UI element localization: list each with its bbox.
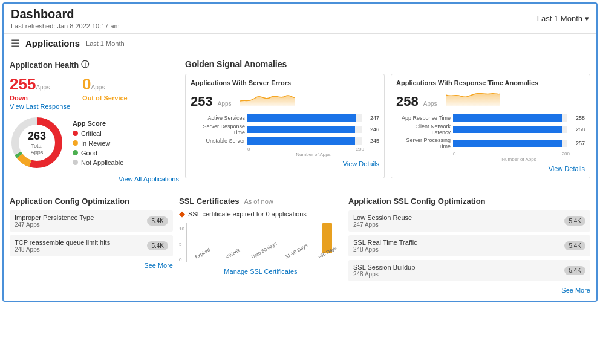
config-item-1: TCP reassemble queue limit hits 248 Apps… bbox=[10, 235, 173, 256]
server-errors-sparkline bbox=[240, 89, 295, 106]
ssl-config-badge-1: 5.4K bbox=[564, 241, 585, 250]
signal-cards: Applications With Server Errors 253 Apps bbox=[185, 74, 590, 178]
ssl-chart: 10 5 0 Expired <Week Upto 30 day bbox=[179, 223, 342, 262]
down-count: 255 bbox=[10, 75, 36, 93]
ssl-bar-week: <Week bbox=[220, 253, 245, 261]
down-text: Down bbox=[10, 94, 28, 102]
ssl-config-badge-0: 5.4K bbox=[564, 216, 585, 226]
app-health-title: Application Health ⓘ bbox=[10, 59, 179, 70]
ssl-title: SSL Certificates bbox=[179, 197, 239, 206]
bar-client-latency: Client Network Latency 258 bbox=[396, 123, 585, 135]
ssl-y-axis: 10 5 0 bbox=[179, 226, 186, 262]
ssl-config-sub-2: 248 Apps bbox=[353, 271, 415, 278]
legend-list: Critical In Review Good bbox=[73, 130, 123, 166]
app-health-panel: Application Health ⓘ 255Apps Down View L… bbox=[10, 59, 179, 190]
app-config-panel: Application Config Optimization Improper… bbox=[10, 197, 173, 294]
view-all-link[interactable]: View All Applications bbox=[119, 175, 179, 183]
header-left: Dashboard Last refreshed: Jan 8 2022 10:… bbox=[11, 7, 120, 30]
time-filter-button[interactable]: Last 1 Month ▾ bbox=[537, 14, 589, 23]
axis-label-1: Number of Apps bbox=[247, 152, 379, 157]
axis-label-2: Number of Apps bbox=[453, 157, 585, 162]
down-stat: 255Apps Down View Last Response bbox=[10, 75, 70, 111]
manage-ssl-link[interactable]: Manage SSL Certificates bbox=[224, 268, 297, 275]
ssl-config-item-0: Low Session Reuse 247 Apps 5.4K bbox=[348, 210, 590, 232]
legend-good: Good bbox=[73, 149, 123, 157]
applications-icon: ☰ bbox=[11, 37, 19, 49]
ssl-config-name-1: SSL Real Time Traffic bbox=[353, 239, 417, 246]
dashboard-header: Dashboard Last refreshed: Jan 8 2022 10:… bbox=[4, 4, 596, 34]
server-errors-label: Apps bbox=[218, 100, 232, 107]
inreview-dot bbox=[73, 140, 78, 146]
response-time-card: Applications With Response Time Anomalie… bbox=[391, 74, 590, 178]
ssl-config-item-1: SSL Real Time Traffic 248 Apps 5.4K bbox=[348, 235, 590, 256]
response-time-bars: App Response Time 258 Client Network Lat… bbox=[396, 114, 585, 162]
ssl-config-panel: Application SSL Config Optimization Low … bbox=[348, 197, 590, 294]
main-content: Application Health ⓘ 255Apps Down View L… bbox=[4, 53, 596, 190]
dashboard-container: Dashboard Last refreshed: Jan 8 2022 10:… bbox=[2, 2, 598, 302]
config-name-0: Improper Persistence Type bbox=[15, 214, 94, 221]
bar-axis-2: 0200 bbox=[453, 151, 570, 157]
legend-title: App Score bbox=[73, 120, 123, 127]
server-errors-card: Applications With Server Errors 253 Apps bbox=[185, 74, 385, 178]
server-errors-bars: Active Services 247 Server Response Time… bbox=[191, 114, 379, 157]
ssl-bar-90days: 31-90 Days bbox=[284, 253, 309, 261]
server-errors-count: 253 bbox=[191, 94, 213, 109]
view-last-response-link[interactable]: View Last Response bbox=[10, 103, 70, 110]
legend-inreview: In Review bbox=[73, 140, 123, 147]
oos-count: 0 bbox=[82, 75, 91, 93]
bar-axis-1: 0200 bbox=[247, 146, 364, 152]
bar-server-response: Server Response Time 246 bbox=[191, 123, 379, 135]
stat-row: 255Apps Down View Last Response 0Apps Ou… bbox=[10, 75, 179, 111]
response-time-view-details: View Details bbox=[396, 164, 585, 173]
response-time-count: 258 bbox=[396, 94, 419, 109]
server-errors-count-row: 253 Apps bbox=[191, 89, 379, 109]
ssl-bars: Expired <Week Upto 30 days 31-90 Days bbox=[186, 223, 342, 262]
app-config-see-more-link[interactable]: See More bbox=[144, 262, 173, 269]
donut-row: 263 Total Apps App Score Criti bbox=[10, 115, 179, 170]
bar-server-processing: Server Processing Time 257 bbox=[396, 137, 585, 149]
server-errors-view-details: View Details bbox=[191, 160, 379, 168]
legend-na: Not Applicable bbox=[73, 159, 123, 166]
response-time-label: Apps bbox=[423, 100, 437, 107]
bar-active-services: Active Services 247 bbox=[191, 114, 379, 122]
server-errors-details-link[interactable]: View Details bbox=[343, 160, 379, 167]
ssl-config-see-more-link[interactable]: See More bbox=[561, 287, 590, 294]
golden-signals-panel: Golden Signal Anomalies Applications Wit… bbox=[185, 59, 590, 190]
ssl-bar-expired: Expired bbox=[189, 253, 215, 261]
ssl-config-name-0: Low Session Reuse bbox=[353, 214, 412, 221]
ssl-config-sub-0: 247 Apps bbox=[353, 221, 412, 228]
ssl-config-sub-1: 248 Apps bbox=[353, 246, 417, 253]
oos-app-label: Apps bbox=[91, 84, 105, 91]
section-title: Applications bbox=[25, 38, 80, 48]
response-time-details-link[interactable]: View Details bbox=[549, 165, 585, 172]
response-time-count-row: 258 Apps bbox=[396, 89, 585, 109]
donut-chart: 263 Total Apps bbox=[10, 115, 64, 170]
page-title: Dashboard bbox=[11, 7, 120, 21]
chevron-down-icon: ▾ bbox=[585, 14, 589, 23]
ssl-certs-panel: SSL Certificates As of now ◆ SSL certifi… bbox=[179, 197, 342, 294]
response-time-title: Applications With Response Time Anomalie… bbox=[396, 79, 585, 86]
ssl-sub: As of now bbox=[244, 198, 273, 205]
config-sub-0: 247 Apps bbox=[15, 221, 94, 228]
good-dot bbox=[73, 150, 78, 155]
ssl-bar-30days: Upto 30 days bbox=[250, 253, 279, 261]
diamond-icon: ◆ bbox=[179, 209, 185, 218]
config-badge-0: 5.4K bbox=[147, 216, 168, 226]
ssl-config-title: Application SSL Config Optimization bbox=[348, 197, 590, 206]
ssl-config-name-2: SSL Session Buildup bbox=[353, 264, 415, 271]
config-item-0: Improper Persistence Type 247 Apps 5.4K bbox=[10, 210, 173, 232]
oos-text: Out of Service bbox=[82, 94, 128, 102]
bottom-row: Application Config Optimization Improper… bbox=[4, 190, 596, 301]
info-icon[interactable]: ⓘ bbox=[81, 59, 89, 70]
server-errors-title: Applications With Server Errors bbox=[191, 79, 379, 86]
config-sub-1: 248 Apps bbox=[15, 246, 110, 253]
section-header: ☰ Applications Last 1 Month bbox=[4, 34, 596, 53]
oos-stat: 0Apps Out of Service bbox=[82, 75, 128, 111]
ssl-alert: ◆ SSL certificate expired for 0 applicat… bbox=[179, 209, 342, 218]
config-name-1: TCP reassemble queue limit hits bbox=[15, 239, 110, 246]
critical-dot bbox=[73, 131, 78, 136]
down-app-label: Apps bbox=[36, 84, 50, 91]
section-badge: Last 1 Month bbox=[86, 40, 125, 47]
app-config-see-more: See More bbox=[10, 261, 173, 270]
response-time-sparkline bbox=[446, 89, 500, 106]
